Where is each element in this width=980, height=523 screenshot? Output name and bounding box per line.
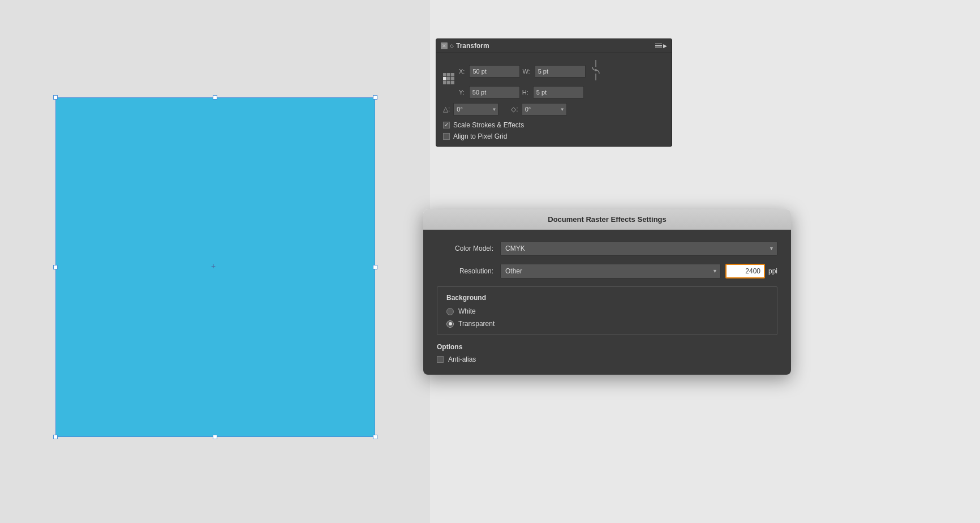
dialog-titlebar: Document Raster Effects Settings [423, 209, 791, 230]
reference-point-icon[interactable] [443, 73, 454, 84]
w-input[interactable] [535, 65, 586, 78]
resolution-label: Resolution: [437, 267, 493, 275]
color-model-label: Color Model: [437, 245, 493, 252]
dialog-overlay: Document Raster Effects Settings Color M… [423, 209, 791, 375]
h-label: H: [522, 89, 531, 96]
dialog-title: Document Raster Effects Settings [548, 215, 667, 224]
ref-dot-2[interactable] [447, 73, 450, 76]
dialog: Document Raster Effects Settings Color M… [423, 209, 791, 375]
x-input[interactable] [469, 65, 520, 78]
ref-dot-4[interactable] [443, 77, 446, 80]
handle-bottom-right[interactable] [373, 435, 377, 439]
shear-select[interactable]: 0° 45° [522, 103, 567, 115]
angle-select[interactable]: 0° 45° 90° [453, 103, 498, 115]
ppi-input-wrapper: ppi [725, 264, 777, 278]
w-label: W: [522, 68, 532, 75]
y-label: Y: [459, 89, 467, 96]
ref-dot-7[interactable] [443, 81, 446, 84]
angle-select-wrapper[interactable]: 0° 45° 90° ▼ [453, 103, 498, 115]
white-radio-label: White [458, 307, 476, 315]
artboard[interactable] [55, 97, 375, 437]
background-section: Background White Transparent [437, 286, 777, 335]
handle-top-center[interactable] [213, 95, 217, 100]
background-section-label: Background [446, 294, 768, 302]
artboard-wrapper [55, 97, 375, 437]
anti-alias-checkbox[interactable]: ✓ [437, 356, 444, 363]
panel-title-left: ✕ ◇ Transform [441, 42, 489, 50]
white-radio[interactable] [446, 308, 454, 315]
panel-close-button[interactable]: ✕ [441, 42, 448, 49]
handle-middle-right[interactable] [373, 265, 377, 269]
resolution-select-wrapper[interactable]: Screen (72 ppi) Medium (150 ppi) High (3… [500, 264, 721, 278]
scale-strokes-row[interactable]: ✓ Scale Strokes & Effects [443, 121, 665, 129]
scale-strokes-checkbox[interactable]: ✓ [443, 122, 450, 128]
transparent-radio-row[interactable]: Transparent [446, 320, 768, 328]
ppi-unit-label: ppi [768, 267, 777, 275]
transform-panel: ✕ ◇ Transform ▶ [436, 38, 672, 147]
ref-dot-6[interactable] [451, 77, 454, 80]
align-pixel-label: Align to Pixel Grid [453, 132, 507, 140]
resolution-group: Screen (72 ppi) Medium (150 ppi) High (3… [500, 264, 777, 278]
transparent-radio-label: Transparent [458, 320, 495, 328]
handle-bottom-left[interactable] [53, 435, 58, 439]
scale-strokes-label: Scale Strokes & Effects [453, 121, 524, 129]
color-model-row: Color Model: CMYK RGB Grayscale ▼ [437, 241, 777, 256]
x-label: X: [459, 68, 467, 75]
link-proportions-icon[interactable] [590, 59, 601, 83]
handle-bottom-center[interactable] [213, 435, 217, 439]
ref-dot-5[interactable] [447, 77, 450, 80]
ref-dot-3[interactable] [451, 73, 454, 76]
canvas-area [0, 0, 430, 523]
y-input[interactable] [469, 86, 520, 98]
anti-alias-label: Anti-alias [448, 355, 476, 363]
options-section: Options ✓ Anti-alias [437, 343, 777, 363]
transform-fields: X: W: Y: [459, 59, 665, 98]
align-pixel-checkbox[interactable]: ✓ [443, 133, 450, 140]
resolution-select[interactable]: Screen (72 ppi) Medium (150 ppi) High (3… [500, 264, 721, 278]
ppi-input[interactable] [725, 264, 765, 278]
resolution-row: Resolution: Screen (72 ppi) Medium (150 … [437, 264, 777, 278]
transparent-radio[interactable] [446, 320, 454, 328]
panel-menu-icon [655, 44, 662, 49]
shear-label: ◇: [511, 105, 518, 113]
svg-point-2 [595, 69, 597, 71]
shear-select-wrapper[interactable]: 0° 45° ▼ [522, 103, 567, 115]
center-point [213, 265, 217, 269]
white-radio-row[interactable]: White [446, 307, 768, 315]
align-pixel-row[interactable]: ✓ Align to Pixel Grid [443, 132, 665, 140]
scale-strokes-check: ✓ [444, 122, 449, 128]
handle-top-left[interactable] [53, 95, 58, 100]
color-model-select[interactable]: CMYK RGB Grayscale [500, 241, 777, 256]
options-section-label: Options [437, 343, 777, 351]
checkboxes-section: ✓ Scale Strokes & Effects ✓ Align to Pix… [443, 121, 665, 140]
panel-collapse-icon[interactable]: ◇ [450, 43, 454, 49]
panel-body: X: W: Y: [436, 53, 672, 146]
handle-top-right[interactable] [373, 95, 377, 100]
ref-dot-9[interactable] [451, 81, 454, 84]
color-model-select-wrapper[interactable]: CMYK RGB Grayscale ▼ [500, 241, 777, 256]
panel-title: Transform [456, 42, 489, 50]
anti-alias-row[interactable]: ✓ Anti-alias [437, 355, 777, 363]
panel-menu-button[interactable]: ▶ [655, 43, 667, 49]
ref-dot-8[interactable] [447, 81, 450, 84]
h-input[interactable] [533, 86, 584, 98]
dialog-body: Color Model: CMYK RGB Grayscale ▼ Resolu… [423, 230, 791, 375]
ref-dot-1[interactable] [443, 73, 446, 76]
panel-menu-arrow: ▶ [663, 43, 667, 49]
angle-shear-row: △: 0° 45° 90° ▼ ◇: 0° 45° ▼ [443, 103, 665, 115]
handle-middle-left[interactable] [53, 265, 58, 269]
panel-titlebar[interactable]: ✕ ◇ Transform ▶ [436, 39, 672, 53]
angle-triangle-label: △: [443, 105, 450, 113]
transparent-radio-dot [449, 322, 452, 325]
